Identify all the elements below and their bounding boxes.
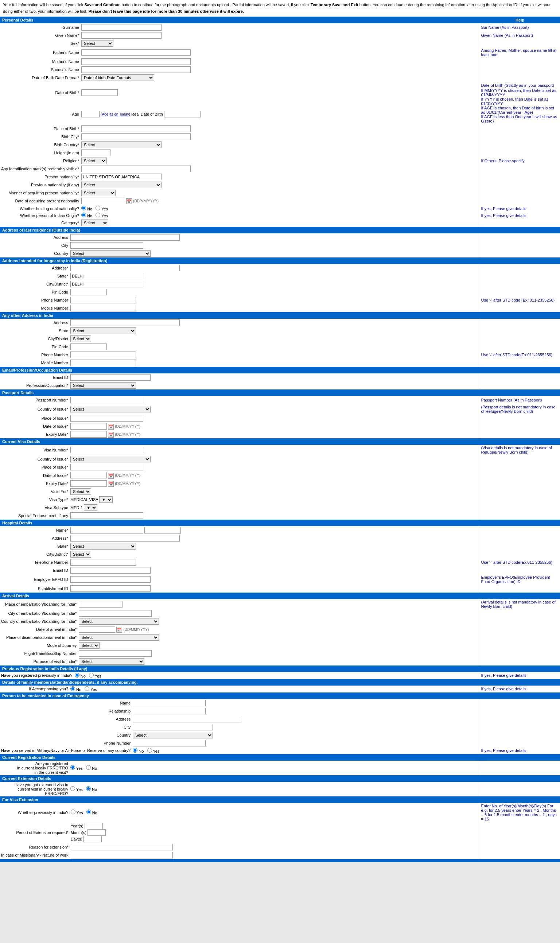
real-dob-input[interactable] — [164, 111, 200, 117]
reason-ext-input[interactable] — [71, 844, 173, 851]
emerg-city-input[interactable] — [133, 724, 213, 731]
mobile-longer-input[interactable] — [70, 305, 136, 311]
mobile-other-input[interactable] — [70, 360, 136, 366]
date-acquiring-calendar-icon[interactable]: 📅 — [126, 198, 132, 204]
identification-input[interactable] — [81, 166, 191, 172]
current-ext-yes-radio[interactable] — [70, 786, 75, 791]
current-reg-yes-radio[interactable] — [70, 765, 75, 770]
visa-doi-calendar-icon[interactable]: 📅 — [108, 473, 114, 479]
military-no-radio[interactable] — [133, 748, 137, 753]
hospital-address-input[interactable] — [70, 535, 180, 541]
surname-input[interactable] — [81, 24, 162, 31]
hospital-email-input[interactable] — [70, 567, 151, 574]
pin-longer-input[interactable] — [70, 289, 107, 295]
valid-for-select[interactable]: Select — [70, 488, 91, 495]
passport-doi-calendar-icon[interactable]: 📅 — [108, 424, 114, 429]
visa-doi-input[interactable] — [70, 472, 107, 478]
indian-no-radio[interactable] — [81, 212, 86, 217]
visa-type-select[interactable]: ▼ — [99, 496, 113, 503]
present-nationality-input[interactable] — [81, 174, 162, 180]
hospital-name-input[interactable] — [70, 527, 143, 534]
place-disembark-select[interactable]: Select — [79, 634, 159, 641]
country-embark-select[interactable]: Select — [79, 618, 159, 625]
establishment-input[interactable] — [70, 585, 151, 592]
phone-other-input[interactable] — [70, 352, 136, 358]
prev-india-no-radio[interactable] — [86, 809, 91, 814]
mode-journey-select[interactable]: Select — [79, 642, 100, 649]
birth-country-select[interactable]: Select — [81, 142, 162, 148]
place-embark-input[interactable] — [79, 601, 123, 608]
spouses-name-input[interactable] — [81, 66, 191, 73]
emerg-name-input[interactable] — [133, 700, 206, 706]
phone-longer-input[interactable] — [70, 297, 136, 303]
prev-india-yes-radio[interactable] — [71, 809, 75, 814]
sex-select[interactable]: Select Male Female Transgender — [81, 40, 113, 47]
email-input[interactable] — [70, 374, 151, 381]
address-last-input[interactable] — [70, 234, 180, 241]
passport-expiry-calendar-icon[interactable]: 📅 — [108, 432, 114, 438]
dob-format-select[interactable]: Date of birth Date Formats DD/MM/YYYY MM… — [81, 74, 154, 81]
state-longer-input[interactable] — [70, 273, 143, 279]
city-other-select[interactable]: Select — [70, 335, 91, 342]
dob-input[interactable] — [81, 89, 118, 96]
month-input[interactable] — [88, 829, 106, 836]
profession-select[interactable]: Select — [70, 382, 136, 389]
manner-acquiring-select[interactable]: Select By Birth By Descent Naturalizatio… — [81, 190, 115, 196]
given-name-input[interactable] — [81, 32, 162, 38]
prev-reg-no-radio[interactable] — [75, 673, 80, 677]
hospital-telephone-input[interactable] — [70, 559, 136, 566]
indian-yes-radio[interactable] — [95, 212, 100, 217]
fathers-name-input[interactable] — [81, 49, 191, 56]
passport-country-select[interactable]: Select — [70, 406, 151, 412]
emerg-country-select[interactable]: Select — [133, 732, 213, 738]
missionary-input[interactable] — [71, 852, 173, 858]
employer-epfo-input[interactable] — [70, 576, 151, 583]
military-yes-radio[interactable] — [147, 748, 152, 753]
emerg-relationship-input[interactable] — [133, 708, 206, 714]
mothers-name-input[interactable] — [81, 58, 191, 65]
year-input[interactable] — [85, 823, 103, 829]
date-arrival-input[interactable] — [79, 626, 115, 633]
pin-other-input[interactable] — [70, 343, 107, 350]
passport-doi-input[interactable] — [70, 423, 107, 429]
visa-number-input[interactable] — [70, 447, 143, 453]
purpose-visit-select[interactable]: Select — [79, 658, 145, 665]
passport-number-input[interactable] — [70, 397, 143, 403]
visa-country-select[interactable]: Select — [70, 456, 151, 462]
visa-expiry-input[interactable] — [70, 480, 107, 487]
dual-yes-radio[interactable] — [95, 206, 100, 211]
address-longer-input[interactable] — [70, 265, 180, 271]
birth-city-input[interactable] — [81, 134, 191, 140]
dual-no-radio[interactable] — [81, 206, 86, 211]
state-other-select[interactable]: Select — [70, 328, 136, 334]
emerg-address-input[interactable] — [133, 716, 242, 722]
visa-expiry-calendar-icon[interactable]: 📅 — [108, 481, 114, 487]
city-longer-input[interactable] — [70, 281, 143, 287]
category-select[interactable]: Select OCI Foreigner — [81, 220, 108, 226]
accompanying-yes-radio[interactable] — [85, 686, 89, 691]
passport-expiry-input[interactable] — [70, 431, 107, 438]
date-acquiring-input[interactable] — [81, 198, 125, 204]
prev-reg-yes-radio[interactable] — [89, 673, 94, 677]
visa-place-input[interactable] — [70, 464, 143, 471]
hospital-city-select[interactable]: Select — [70, 551, 91, 558]
age-today-link[interactable]: (Age as on Today) — [101, 112, 130, 116]
place-birth-input[interactable] — [81, 125, 191, 132]
emerg-phone-input[interactable] — [133, 740, 206, 746]
visa-subtype-select[interactable]: ▼ — [84, 504, 97, 511]
city-last-input[interactable] — [70, 242, 143, 249]
previous-nationality-select[interactable]: Select — [81, 182, 162, 188]
flight-number-input[interactable] — [79, 650, 152, 657]
day-input[interactable] — [83, 836, 102, 842]
accompanying-no-radio[interactable] — [70, 686, 75, 691]
current-ext-no-radio[interactable] — [86, 786, 91, 791]
age-input[interactable] — [81, 111, 100, 117]
date-arrival-calendar-icon[interactable]: 📅 — [116, 627, 122, 633]
country-last-select[interactable]: Select — [70, 250, 151, 257]
address-other-input[interactable] — [70, 320, 180, 326]
hospital-name2-input[interactable] — [145, 527, 181, 534]
current-reg-no-radio[interactable] — [86, 765, 91, 770]
height-input[interactable] — [81, 149, 111, 156]
passport-place-input[interactable] — [70, 415, 143, 422]
special-endorsement-input[interactable] — [70, 512, 143, 519]
